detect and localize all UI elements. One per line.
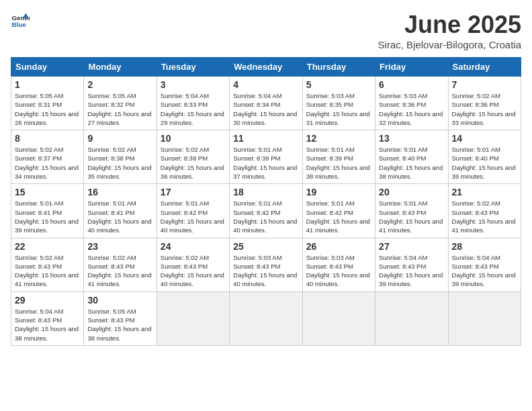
calendar-header-row: Sunday Monday Tuesday Wednesday Thursday… (11, 58, 521, 77)
table-row: 23 Sunrise: 5:02 AMSunset: 8:43 PMDaylig… (84, 238, 157, 291)
table-row: 27 Sunrise: 5:04 AMSunset: 8:43 PMDaylig… (375, 238, 448, 291)
table-row: 8 Sunrise: 5:02 AMSunset: 8:37 PMDayligh… (11, 130, 84, 184)
table-row: 9 Sunrise: 5:02 AMSunset: 8:38 PMDayligh… (84, 130, 157, 184)
table-row: 26 Sunrise: 5:03 AMSunset: 8:43 PMDaylig… (302, 238, 375, 291)
table-row: 30 Sunrise: 5:05 AMSunset: 8:43 PMDaylig… (84, 291, 157, 345)
table-row: 10 Sunrise: 5:02 AMSunset: 8:38 PMDaylig… (157, 130, 229, 184)
table-row-empty (302, 291, 375, 345)
table-row: 12 Sunrise: 5:01 AMSunset: 8:39 PMDaylig… (302, 130, 375, 184)
table-row: 22 Sunrise: 5:02 AMSunset: 8:43 PMDaylig… (11, 238, 84, 291)
col-thursday: Thursday (302, 58, 375, 77)
svg-text:Blue: Blue (11, 21, 26, 28)
col-sunday: Sunday (11, 58, 84, 77)
col-wednesday: Wednesday (230, 58, 302, 77)
location-title: Sirac, Bjelovar-Bilogora, Croatia (378, 39, 521, 50)
table-row: 29 Sunrise: 5:04 AMSunset: 8:43 PMDaylig… (11, 291, 84, 345)
table-row: 13 Sunrise: 5:01 AMSunset: 8:40 PMDaylig… (375, 130, 448, 184)
table-row: 25 Sunrise: 5:03 AMSunset: 8:43 PMDaylig… (230, 238, 302, 291)
table-row: 7 Sunrise: 5:02 AMSunset: 8:36 PMDayligh… (448, 77, 521, 130)
table-row: 21 Sunrise: 5:02 AMSunset: 8:43 PMDaylig… (448, 184, 521, 238)
col-saturday: Saturday (448, 58, 521, 77)
table-row: 18 Sunrise: 5:01 AMSunset: 8:42 PMDaylig… (230, 184, 302, 238)
calendar-table: Sunday Monday Tuesday Wednesday Thursday… (11, 57, 521, 346)
table-row: 17 Sunrise: 5:01 AMSunset: 8:42 PMDaylig… (157, 184, 229, 238)
month-title: June 2025 (378, 11, 521, 39)
col-monday: Monday (84, 58, 157, 77)
col-tuesday: Tuesday (157, 58, 229, 77)
table-row: 4 Sunrise: 5:04 AMSunset: 8:34 PMDayligh… (230, 77, 302, 130)
calendar-week-1: 1 Sunrise: 5:05 AMSunset: 8:31 PMDayligh… (11, 77, 521, 130)
table-row-empty (157, 291, 229, 345)
table-row: 24 Sunrise: 5:02 AMSunset: 8:43 PMDaylig… (157, 238, 229, 291)
table-row: 1 Sunrise: 5:05 AMSunset: 8:31 PMDayligh… (11, 77, 84, 130)
table-row-empty (375, 291, 448, 345)
table-row: 28 Sunrise: 5:04 AMSunset: 8:43 PMDaylig… (448, 238, 521, 291)
title-area: June 2025 Sirac, Bjelovar-Bilogora, Croa… (378, 11, 521, 50)
table-row: 19 Sunrise: 5:01 AMSunset: 8:42 PMDaylig… (302, 184, 375, 238)
table-row: 6 Sunrise: 5:03 AMSunset: 8:36 PMDayligh… (375, 77, 448, 130)
table-row: 5 Sunrise: 5:03 AMSunset: 8:35 PMDayligh… (302, 77, 375, 130)
table-row-empty (230, 291, 302, 345)
logo-icon: General Blue (11, 11, 30, 30)
table-row: 14 Sunrise: 5:01 AMSunset: 8:40 PMDaylig… (448, 130, 521, 184)
col-friday: Friday (375, 58, 448, 77)
calendar-week-4: 22 Sunrise: 5:02 AMSunset: 8:43 PMDaylig… (11, 238, 521, 291)
calendar-week-2: 8 Sunrise: 5:02 AMSunset: 8:37 PMDayligh… (11, 130, 521, 184)
calendar-week-5: 29 Sunrise: 5:04 AMSunset: 8:43 PMDaylig… (11, 291, 521, 345)
table-row: 15 Sunrise: 5:01 AMSunset: 8:41 PMDaylig… (11, 184, 84, 238)
table-row: 16 Sunrise: 5:01 AMSunset: 8:41 PMDaylig… (84, 184, 157, 238)
table-row-empty (448, 291, 521, 345)
table-row: 2 Sunrise: 5:05 AMSunset: 8:32 PMDayligh… (84, 77, 157, 130)
calendar-week-3: 15 Sunrise: 5:01 AMSunset: 8:41 PMDaylig… (11, 184, 521, 238)
table-row: 11 Sunrise: 5:01 AMSunset: 8:39 PMDaylig… (230, 130, 302, 184)
page-header: General Blue June 2025 Sirac, Bjelovar-B… (11, 11, 521, 50)
table-row: 3 Sunrise: 5:04 AMSunset: 8:33 PMDayligh… (157, 77, 229, 130)
logo: General Blue (11, 11, 30, 30)
table-row: 20 Sunrise: 5:01 AMSunset: 8:43 PMDaylig… (375, 184, 448, 238)
